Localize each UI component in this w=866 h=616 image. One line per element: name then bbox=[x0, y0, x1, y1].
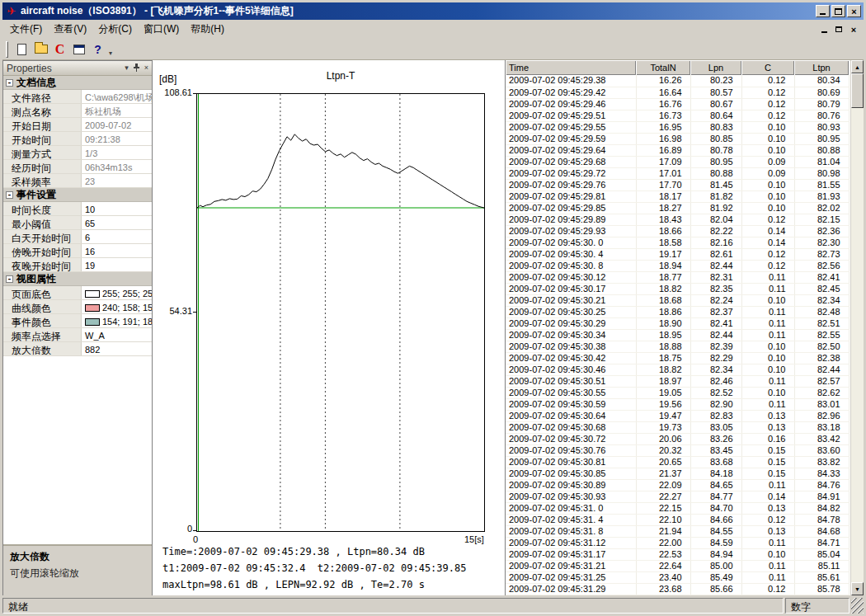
scroll-down-button[interactable]: ▼ bbox=[851, 582, 864, 595]
table-row[interactable]: 2009-07-02 09:45:30.5519.0582.520.1082.6… bbox=[506, 387, 849, 398]
table-row[interactable]: 2009-07-02 09:45:29.9318.6682.220.1482.3… bbox=[506, 225, 849, 237]
property-value[interactable]: 19 bbox=[82, 258, 152, 271]
property-row[interactable]: 时间长度10 bbox=[3, 202, 152, 216]
column-header-totaln[interactable]: TotalN bbox=[636, 60, 690, 75]
table-row[interactable]: 2009-07-02 09:45:30.7220.0683.260.1683.4… bbox=[506, 433, 849, 444]
property-category[interactable]: -文档信息 bbox=[3, 76, 152, 90]
vertical-scrollbar[interactable]: ▲ ▼ bbox=[850, 60, 864, 595]
table-row[interactable]: 2009-07-02 09:45:29.5116.7380.640.1280.7… bbox=[506, 110, 849, 121]
property-row[interactable]: 傍晚开始时间16 bbox=[3, 244, 152, 258]
mdi-close-button[interactable]: × bbox=[847, 24, 860, 35]
table-row[interactable]: 2009-07-02 09:45:31.1222.0084.590.1184.7… bbox=[506, 537, 849, 548]
table-row[interactable]: 2009-07-02 09:45:30.8521.3784.180.1584.3… bbox=[506, 468, 849, 479]
table-row[interactable]: 2009-07-02 09:45:30.8922.0984.650.1184.7… bbox=[506, 479, 849, 491]
chart-plot-area[interactable] bbox=[196, 93, 485, 532]
table-row[interactable]: 2009-07-02 09:45:30.2518.8682.370.1182.4… bbox=[506, 306, 849, 317]
open-file-button[interactable] bbox=[31, 40, 50, 59]
table-row[interactable]: 2009-07-02 09:45:29.8918.4382.040.1282.1… bbox=[506, 214, 849, 225]
property-value[interactable]: 6 bbox=[82, 230, 152, 243]
property-row[interactable]: 测量方式1/3 bbox=[3, 146, 152, 160]
property-category[interactable]: -视图属性 bbox=[3, 272, 152, 286]
column-header-c[interactable]: C bbox=[741, 60, 794, 75]
mdi-minimize-button[interactable] bbox=[817, 24, 831, 35]
property-row[interactable]: 放大倍数882 bbox=[3, 342, 152, 356]
property-value[interactable]: 1/3 bbox=[82, 146, 152, 159]
property-value[interactable]: 10 bbox=[82, 202, 152, 215]
property-value[interactable]: 栎社机场 bbox=[82, 104, 152, 117]
table-row[interactable]: 2009-07-02 09:45:29.6817.0980.950.0981.0… bbox=[506, 156, 849, 167]
table-row[interactable]: 2009-07-02 09:45:30.3418.9582.440.1182.5… bbox=[506, 329, 849, 341]
table-row[interactable]: 2009-07-02 09:45:29.4616.7680.670.1280.7… bbox=[506, 98, 849, 110]
menu-item[interactable]: 帮助(H) bbox=[185, 20, 230, 39]
table-row[interactable]: 2009-07-02 09:45:30.3818.8882.390.1082.5… bbox=[506, 341, 849, 352]
property-value[interactable]: W_A bbox=[82, 328, 152, 341]
property-row[interactable]: 采样频率23 bbox=[3, 174, 152, 188]
table-row[interactable]: 2009-07-02 09:45:31.2923.6885.660.1285.7… bbox=[506, 583, 849, 595]
table-row[interactable]: 2009-07-02 09:45:31. 422.1084.660.1284.7… bbox=[506, 514, 849, 525]
column-header-lpn[interactable]: Lpn bbox=[690, 60, 741, 75]
table-row[interactable]: 2009-07-02 09:45:31. 821.9484.550.1384.6… bbox=[506, 525, 849, 537]
panel-close-icon[interactable]: × bbox=[144, 64, 148, 72]
table-row[interactable]: 2009-07-02 09:45:30.5919.5682.900.1183.0… bbox=[506, 398, 849, 410]
property-value[interactable]: 16 bbox=[82, 244, 152, 257]
scrollbar-track[interactable] bbox=[851, 108, 864, 582]
property-value[interactable]: 255; 255; 25 bbox=[82, 286, 152, 299]
table-row[interactable]: 2009-07-02 09:45:29.4216.6480.570.1280.6… bbox=[506, 87, 849, 98]
table-row[interactable]: 2009-07-02 09:45:30.4218.7582.290.1082.3… bbox=[506, 352, 849, 364]
table-row[interactable]: 2009-07-02 09:45:29.5516.9580.830.1080.9… bbox=[506, 121, 849, 133]
table-row[interactable]: 2009-07-02 09:45:30. 018.5882.160.1482.3… bbox=[506, 237, 849, 248]
property-value[interactable]: 65 bbox=[82, 216, 152, 229]
property-value[interactable]: C:\awa6298\机场 bbox=[82, 90, 152, 103]
table-row[interactable]: 2009-07-02 09:45:29.8118.1781.820.1081.9… bbox=[506, 190, 849, 202]
table-row[interactable]: 2009-07-02 09:45:30.6819.7383.050.1383.1… bbox=[506, 421, 849, 433]
property-row[interactable]: 最小阈值65 bbox=[3, 216, 152, 230]
property-value[interactable]: 154; 191; 18 bbox=[82, 314, 152, 327]
property-row[interactable]: 夜晚开始时间19 bbox=[3, 258, 152, 272]
property-value[interactable]: 2009-07-02 bbox=[82, 118, 152, 131]
property-value[interactable]: 23 bbox=[82, 174, 152, 187]
resize-grip[interactable] bbox=[851, 598, 864, 614]
panel-dropdown-icon[interactable]: ▾ bbox=[125, 64, 129, 72]
menu-item[interactable]: 文件(F) bbox=[4, 20, 48, 39]
menu-item[interactable]: 窗口(W) bbox=[138, 20, 185, 39]
minimize-button[interactable] bbox=[816, 5, 830, 17]
table-row[interactable]: 2009-07-02 09:45:29.6416.8980.780.1080.8… bbox=[506, 144, 849, 156]
table-row[interactable]: 2009-07-02 09:45:30.2918.9082.410.1182.5… bbox=[506, 317, 849, 329]
menu-item[interactable]: 查看(V) bbox=[48, 20, 92, 39]
table-row[interactable]: 2009-07-02 09:45:30.1718.8282.350.1182.4… bbox=[506, 283, 849, 294]
menu-item[interactable]: 分析(C) bbox=[92, 20, 138, 39]
toolbar-grip[interactable] bbox=[6, 41, 8, 58]
property-value[interactable]: 09:21:38 bbox=[82, 132, 152, 145]
help-button[interactable]: ? bbox=[88, 40, 107, 59]
table-row[interactable]: 2009-07-02 09:45:31.2523.4085.490.1185.6… bbox=[506, 571, 849, 583]
property-row[interactable]: 页面底色255; 255; 25 bbox=[3, 286, 152, 300]
properties-panel-header[interactable]: Properties ▾ × bbox=[3, 61, 152, 76]
table-row[interactable]: 2009-07-02 09:45:30.6419.4782.830.1382.9… bbox=[506, 410, 849, 421]
property-row[interactable]: 事件颜色154; 191; 18 bbox=[3, 314, 152, 328]
table-row[interactable]: 2009-07-02 09:45:30. 419.1782.610.1282.7… bbox=[506, 248, 849, 260]
property-row[interactable]: 文件路径C:\awa6298\机场 bbox=[3, 90, 152, 104]
table-row[interactable]: 2009-07-02 09:45:30.7620.3283.450.1583.6… bbox=[506, 444, 849, 456]
table-row[interactable]: 2009-07-02 09:45:30.9322.2784.770.1484.9… bbox=[506, 491, 849, 502]
column-header-ltpn[interactable]: Ltpn bbox=[794, 60, 849, 75]
table-row[interactable]: 2009-07-02 09:45:30.1218.7782.310.1182.4… bbox=[506, 271, 849, 283]
property-row[interactable]: 测点名称栎社机场 bbox=[3, 104, 152, 118]
table-row[interactable]: 2009-07-02 09:45:30. 818.9482.440.1282.5… bbox=[506, 260, 849, 271]
scrollbar-thumb[interactable] bbox=[851, 73, 864, 108]
table-row[interactable]: 2009-07-02 09:45:29.3816.2680.230.1280.3… bbox=[506, 75, 849, 87]
new-document-button[interactable] bbox=[12, 40, 31, 59]
property-row[interactable]: 经历时间06h34m13s bbox=[3, 160, 152, 174]
table-row[interactable]: 2009-07-02 09:45:30.4618.8282.340.1082.4… bbox=[506, 364, 849, 375]
table-row[interactable]: 2009-07-02 09:45:31.2122.6485.000.1185.1… bbox=[506, 560, 849, 571]
collapse-icon[interactable]: - bbox=[6, 275, 13, 283]
property-row[interactable]: 白天开始时间6 bbox=[3, 230, 152, 244]
property-category[interactable]: -事件设置 bbox=[3, 188, 152, 202]
close-button[interactable]: × bbox=[847, 5, 861, 17]
table-row[interactable]: 2009-07-02 09:45:29.8518.2781.920.1082.0… bbox=[506, 202, 849, 214]
table-row[interactable]: 2009-07-02 09:45:29.7617.7081.450.1081.5… bbox=[506, 179, 849, 190]
maximize-button[interactable] bbox=[831, 5, 845, 17]
property-value[interactable]: 06h34m13s bbox=[82, 160, 152, 173]
table-row[interactable]: 2009-07-02 09:45:29.7217.0180.880.0980.9… bbox=[506, 167, 849, 179]
properties-button[interactable] bbox=[69, 40, 88, 59]
table-row[interactable]: 2009-07-02 09:45:30.2118.6882.240.1082.3… bbox=[506, 294, 849, 306]
